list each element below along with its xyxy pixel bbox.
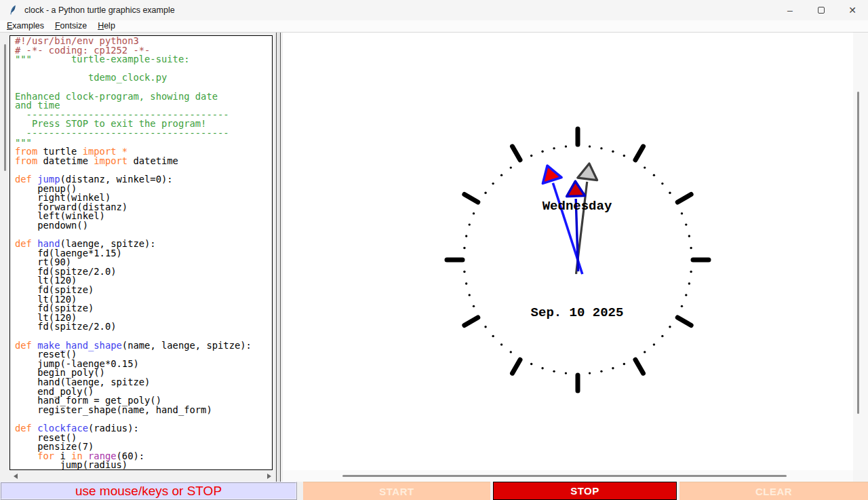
hour-mark [465,318,478,326]
clear-button[interactable]: CLEAR [679,482,868,500]
clock-date-label: Sep. 10 2025 [531,305,624,320]
minute-dot [690,247,692,249]
clock-day-label: Wednesday [542,199,612,214]
minute-dot [612,367,614,369]
minute-dot [669,326,671,328]
minute-dot [685,294,687,296]
minute-dot [565,372,567,374]
minute-dot [690,271,692,273]
minute-dot [492,182,494,185]
minute-dot [681,212,683,214]
minute-dot [661,182,663,185]
menu-fontsize[interactable]: Fontsize [50,20,92,32]
minute-dot [530,155,532,157]
scrollbar-corner [853,470,868,482]
minute-dot [500,174,502,176]
code-line: pendown() [15,221,272,231]
menu-bar: Examples Fontsize Help [0,20,868,33]
hour-mark [513,360,521,373]
minute-dot [510,166,512,168]
minute-dot [484,326,486,328]
minute-dot [623,155,625,157]
code-line: """ turtle-example-suite: [15,55,272,64]
hour-mark [465,195,478,203]
minute-dot [492,335,494,337]
hour-mark [635,147,644,160]
minute-dot [589,372,591,374]
code-line: from datetime import datetime [15,157,272,166]
minute-dot [644,166,646,168]
close-icon: ✕ [848,5,856,16]
minute-dot [541,151,543,153]
control-bar: use mouse/keys or STOP START STOP CLEAR [0,482,868,500]
canvas-hscroll-thumb[interactable] [342,475,787,477]
minute-dot [661,335,663,337]
editor-vscroll-thumb[interactable] [4,44,6,171]
minute-dot [553,147,555,149]
menu-help[interactable]: Help [92,20,121,32]
python-feather-icon [7,5,18,16]
canvas-vertical-scrollbar[interactable] [853,33,868,470]
code-line: jump(radius) [15,461,272,470]
status-label: use mouse/keys or STOP [0,482,297,500]
stop-button[interactable]: STOP [493,482,677,500]
minute-dot [463,271,465,273]
minute-hand [538,163,591,277]
hour-mark [513,147,521,160]
minute-dot [653,174,655,176]
minimize-button[interactable]: – [774,0,806,20]
hour-mark [635,360,644,373]
close-button[interactable]: ✕ [837,0,868,20]
editor-vertical-scrollbar[interactable] [0,33,9,470]
minute-dot [484,192,486,194]
window-title: clock - a Python turtle graphics example [24,5,175,15]
minute-dot [688,282,690,284]
minute-dot [465,282,467,284]
minute-dot [473,212,475,214]
editor-horizontal-scrollbar[interactable] [0,470,275,482]
canvas-vscroll-thumb[interactable] [857,92,859,414]
title-bar: clock - a Python turtle graphics example… [0,0,868,20]
minute-dot [589,145,591,147]
pane-sash[interactable] [276,33,281,482]
code-line: ------------------------------------ [15,129,272,138]
minute-dot [688,235,690,237]
minute-dot [600,370,602,372]
minute-dot [463,247,465,249]
code-line: fd(spitze/2.0) [15,322,272,332]
minute-dot [510,351,512,353]
minute-dot [681,305,683,307]
minute-dot [623,363,625,365]
minute-dot [465,235,467,237]
scroll-right-icon[interactable] [267,474,271,479]
minute-dot [541,367,543,369]
scroll-left-icon[interactable] [14,474,18,479]
hour-hand [566,181,587,272]
main-pane: #!/usr/bin/env python3# -*- coding: cp12… [0,33,868,482]
maximize-icon [818,7,825,14]
minute-dot [473,305,475,307]
minimize-icon: – [787,5,793,16]
hour-mark [677,195,691,203]
hour-mark [677,318,691,326]
clock-drawing: WednesdaySep. 10 2025 [283,33,853,470]
minute-dot [469,223,471,225]
minute-dot [612,151,614,153]
minute-dot [669,192,671,194]
minute-dot [565,145,567,147]
maximize-button[interactable] [806,0,837,20]
start-button[interactable]: START [303,482,490,500]
code-line: register_shape(name, hand_form) [15,406,272,415]
minute-dot [653,343,655,345]
menu-examples[interactable]: Examples [1,20,50,32]
minute-dot [685,223,687,225]
source-code-viewer[interactable]: #!/usr/bin/env python3# -*- coding: cp12… [9,35,273,470]
minute-dot [600,147,602,149]
minute-dot [469,294,471,296]
minute-dot [500,343,502,345]
minute-dot [530,363,532,365]
turtledemo-window: clock - a Python turtle graphics example… [0,0,868,500]
turtle-canvas[interactable]: WednesdaySep. 10 2025 [283,33,853,470]
canvas-horizontal-scrollbar[interactable] [283,470,853,482]
second-hand [566,162,599,275]
